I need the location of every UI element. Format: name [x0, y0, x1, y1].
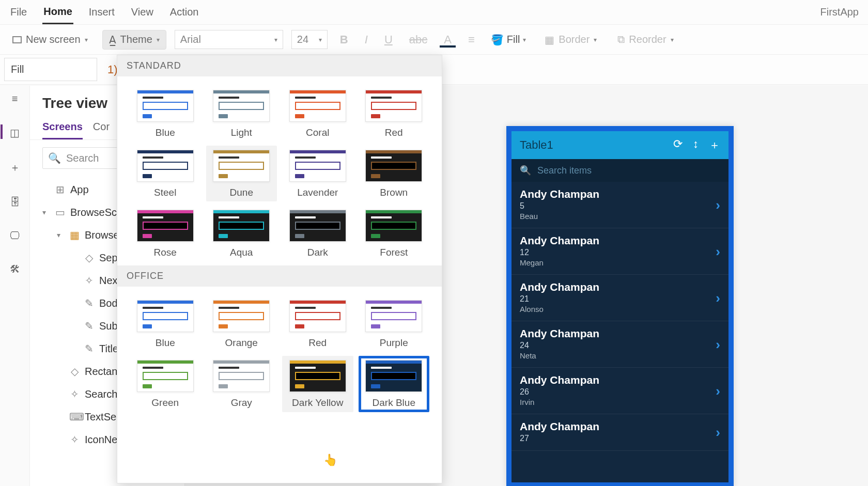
theme-thumbnail [289, 150, 346, 182]
theme-thumbnail [365, 150, 422, 182]
chevron-down-icon: ▾ [274, 36, 277, 43]
font-selector[interactable]: Arial ▾ [175, 30, 283, 49]
tab-components[interactable]: Cor [93, 117, 110, 139]
theme-option-purple[interactable]: Purple [359, 296, 430, 352]
add-icon[interactable]: ＋ [709, 137, 720, 153]
theme-thumbnail [289, 210, 346, 242]
theme-option-dark[interactable]: Dark [282, 206, 353, 261]
item-sub2: Irvin [520, 398, 720, 406]
chevron-down-icon: ▾ [57, 231, 64, 239]
item-title: Andy Champan [520, 234, 720, 247]
theme-option-light[interactable]: Light [206, 86, 277, 142]
tab-screens[interactable]: Screens [42, 117, 83, 139]
menu-file[interactable]: File [9, 1, 28, 23]
menu-action[interactable]: Action [169, 1, 200, 23]
theme-option-coral[interactable]: Coral [282, 86, 353, 142]
chevron-right-icon: › [716, 336, 720, 352]
strikethrough-icon[interactable]: abc [405, 33, 431, 46]
theme-label: Dune [230, 187, 253, 198]
menu-home[interactable]: Home [42, 1, 73, 24]
data-icon[interactable]: 🗄 [10, 196, 20, 208]
font-size-selector[interactable]: 24 ▾ [291, 30, 328, 49]
theme-thumbnail [365, 90, 422, 122]
theme-label: Red [385, 127, 403, 138]
theme-option-dune[interactable]: Dune [206, 146, 277, 201]
theme-label: Rose [154, 247, 177, 258]
theme-button[interactable]: A̲ Theme ▾ [102, 30, 166, 50]
item-label: App [70, 184, 89, 196]
theme-label: Light [231, 127, 252, 138]
theme-label: Aqua [230, 247, 253, 258]
theme-option-brown[interactable]: Brown [359, 146, 430, 201]
theme-label: Dark Blue [373, 397, 415, 409]
chevron-down-icon: ▾ [671, 36, 674, 43]
theme-thumbnail [289, 300, 346, 332]
theme-option-dark-yellow[interactable]: Dark Yellow [282, 356, 353, 412]
reorder-button[interactable]: ⧉ Reorder ▾ [611, 30, 679, 49]
theme-option-aqua[interactable]: Aqua [206, 206, 277, 261]
font-color-icon[interactable]: A [440, 33, 456, 46]
insert-icon[interactable]: ＋ [10, 161, 20, 175]
underline-icon[interactable]: U [380, 33, 397, 46]
sort-icon[interactable]: ↕ [693, 137, 699, 153]
item-label: Browse [85, 229, 119, 241]
list-item[interactable]: Andy Champan21Alonso› [512, 275, 729, 321]
border-icon: ▦ [545, 34, 554, 46]
theme-section-header: OFFICE [117, 265, 442, 287]
theme-thumbnail [137, 210, 194, 242]
item-icon: ✎ [84, 320, 94, 332]
tools-icon[interactable]: 🛠 [10, 263, 20, 275]
item-sub2: Neta [520, 351, 720, 360]
preview-search[interactable]: 🔍 Search items [512, 159, 729, 182]
list-item[interactable]: Andy Champan5Beau› [512, 182, 729, 228]
theme-option-rose[interactable]: Rose [130, 206, 201, 261]
theme-option-orange[interactable]: Orange [206, 296, 277, 352]
menu-view[interactable]: View [130, 1, 154, 23]
fill-button[interactable]: 🪣 Fill ▾ [487, 34, 531, 46]
bold-icon[interactable]: B [336, 33, 352, 46]
theme-label: Red [308, 337, 327, 349]
theme-dropdown[interactable]: STANDARDBlueLightCoralRedSteelDuneLavend… [117, 55, 442, 483]
theme-option-red[interactable]: Red [359, 86, 430, 142]
theme-thumbnail [365, 210, 422, 242]
theme-thumbnail [213, 150, 270, 182]
theme-option-gray[interactable]: Gray [206, 356, 277, 412]
refresh-icon[interactable]: ⟳ [673, 137, 683, 153]
hamburger-icon[interactable]: ≡ [12, 93, 18, 105]
theme-option-lavender[interactable]: Lavender [282, 146, 353, 201]
item-icon: ✧ [69, 388, 80, 400]
theme-option-red[interactable]: Red [282, 296, 353, 352]
new-screen-button[interactable]: New screen ▾ [6, 30, 94, 49]
theme-option-steel[interactable]: Steel [130, 146, 201, 201]
border-button[interactable]: ▦ Border ▾ [538, 30, 603, 49]
list-item[interactable]: Andy Champan24Neta› [512, 321, 729, 368]
theme-option-blue[interactable]: Blue [130, 86, 201, 142]
align-icon[interactable]: ≡ [464, 33, 479, 46]
ribbon: New screen ▾ A̲ Theme ▾ Arial ▾ 24 ▾ B I… [0, 25, 868, 55]
theme-label: Blue [156, 127, 175, 138]
item-icon: ▦ [69, 229, 80, 241]
item-label: Title [99, 343, 118, 355]
italic-icon[interactable]: I [361, 33, 372, 46]
preview-header: Table1 ⟳ ↕ ＋ [512, 131, 729, 159]
app-preview: Table1 ⟳ ↕ ＋ 🔍 Search items Andy Champan… [506, 126, 734, 486]
theme-option-blue[interactable]: Blue [130, 296, 201, 352]
media-icon[interactable]: 🖵 [10, 230, 20, 242]
menu-insert[interactable]: Insert [88, 1, 116, 23]
item-icon: ✧ [84, 274, 94, 287]
theme-label: Green [151, 397, 179, 409]
list-item[interactable]: Andy Champan26Irvin› [512, 368, 729, 414]
chevron-down-icon: ▾ [319, 36, 322, 43]
theme-option-green[interactable]: Green [130, 356, 201, 412]
property-selector[interactable]: Fill [4, 58, 97, 81]
item-icon: ◇ [69, 365, 80, 378]
list-item[interactable]: Andy Champan27› [512, 414, 729, 451]
theme-option-dark-blue[interactable]: Dark Blue [359, 356, 430, 412]
theme-label: Steel [154, 187, 176, 198]
theme-option-forest[interactable]: Forest [359, 206, 430, 261]
item-title: Andy Champan [520, 420, 720, 433]
reorder-icon: ⧉ [617, 34, 625, 45]
list-item[interactable]: Andy Champan12Megan› [512, 228, 729, 275]
search-icon: 🔍 [48, 152, 61, 164]
tree-view-icon[interactable]: ◫ [10, 127, 20, 139]
